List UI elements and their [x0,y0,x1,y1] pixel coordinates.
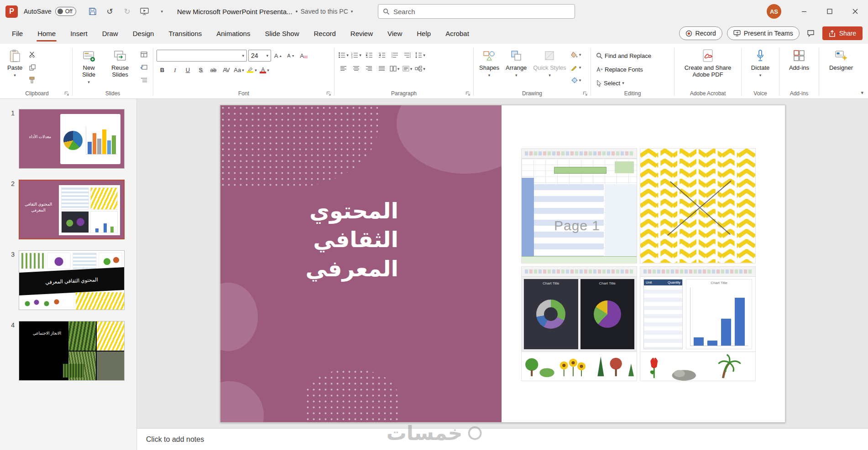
maximize-button[interactable] [817,0,842,23]
record-button[interactable]: Record [679,26,722,40]
decrease-font-size-button[interactable]: A▼ [285,51,297,61]
text-direction-ltr-button[interactable] [389,50,400,60]
tab-insert[interactable]: Insert [63,23,95,44]
autosave-toggle[interactable]: Off [55,7,76,16]
slide-layout-button[interactable] [138,49,150,60]
share-button[interactable]: Share [822,26,863,40]
collapse-ribbon-chevron-icon[interactable]: ▾ [861,90,863,96]
text-shadow-button[interactable]: S [195,65,206,75]
arrange-button[interactable]: Arrange▾ [503,47,529,89]
section-button[interactable] [138,75,150,85]
notes-area[interactable]: Click to add notes [137,428,868,450]
slide-thumbnail-3[interactable]: 3 المحتوي الثقافي المعرفي [7,250,132,310]
numbering-button[interactable]: 123▾ [350,50,362,60]
dictate-button[interactable]: Dictate▾ [749,47,772,89]
comments-button[interactable] [804,26,818,40]
tab-home[interactable]: Home [30,23,63,44]
tab-record[interactable]: Record [306,23,343,44]
avatar[interactable]: AS [767,4,781,19]
slide-collage-image[interactable]: Chart Title Chart Title [521,148,756,381]
thumbnail-preview-2[interactable]: المحتوي الثقافي المعرفي [19,180,125,239]
columns-button[interactable]: ▾ [389,63,400,74]
format-painter-button[interactable] [26,75,38,85]
slide-thumbnail-4[interactable]: 4 الانجاز الاجتماعي [7,321,132,381]
slide-title-textbox[interactable]: المحتوي الثقافي المعرفي [261,197,398,283]
tab-design[interactable]: Design [125,23,162,44]
change-case-button[interactable]: Aa▾ [233,65,245,75]
copy-button[interactable] [26,62,38,72]
tab-draw[interactable]: Draw [95,23,125,44]
powerpoint-logo-icon[interactable]: P [5,5,18,18]
undo-icon[interactable]: ↺ [105,6,115,16]
minimize-button[interactable] [791,0,817,23]
slide-thumbnail-2[interactable]: 2 المحتوي الثقافي المعرفي [7,180,132,239]
document-title[interactable]: New Microsoft PowerPoint Presenta... [177,8,293,16]
tab-transitions[interactable]: Transitions [161,23,209,44]
clipboard-dialog-launcher[interactable] [64,91,69,96]
character-spacing-button[interactable]: AV [220,65,232,75]
paragraph-dialog-launcher[interactable] [465,91,471,96]
text-highlight-button[interactable]: ▾ [246,65,257,75]
bold-button[interactable]: B [157,65,168,75]
align-right-button[interactable] [363,63,375,74]
tab-file[interactable]: File [5,23,30,44]
present-in-teams-button[interactable]: Present in Teams [727,26,800,40]
new-slide-button[interactable]: New Slide▾ [76,47,102,89]
tab-acrobat[interactable]: Acrobat [438,23,476,44]
tab-help[interactable]: Help [409,23,438,44]
cut-button[interactable] [26,49,38,60]
convert-to-smartart-button[interactable]: ▾ [414,63,426,74]
shape-fill-button[interactable]: ▾ [570,49,582,60]
close-button[interactable] [842,0,868,23]
shape-outline-button[interactable]: ▾ [570,62,582,72]
font-name-combobox[interactable]: ▾ [157,50,247,62]
search-bar[interactable] [378,4,575,19]
decrease-indent-button[interactable] [363,50,375,60]
shapes-button[interactable]: Shapes▾ [477,47,502,89]
justify-button[interactable] [376,63,387,74]
save-icon[interactable] [88,6,98,16]
create-share-pdf-button[interactable]: Create and Share Adobe PDF [678,47,738,89]
saved-status[interactable]: • Saved to this PC ▾ [296,8,353,15]
underline-button[interactable]: U [182,65,193,75]
tab-review[interactable]: Review [343,23,380,44]
text-direction-rtl-button[interactable] [402,50,413,60]
font-dialog-launcher[interactable] [326,91,331,96]
quick-styles-button[interactable]: Quick Styles▾ [531,47,568,89]
slideshow-icon[interactable] [140,6,150,16]
thumbnail-preview-4[interactable]: الانجاز الاجتماعي [19,321,125,381]
addins-button[interactable]: Add-ins [787,47,811,89]
shape-effects-button[interactable]: ▾ [570,75,582,85]
paste-button[interactable]: Paste▾ [5,47,25,89]
line-spacing-button[interactable]: ▾ [414,50,426,60]
increase-indent-button[interactable] [376,50,387,60]
slide-thumbnail-panel[interactable]: 1 معدلات الأداء 2 المحتوي الثقافي المعرف… [0,99,137,450]
thumbnail-preview-3[interactable]: المحتوي الثقافي المعرفي [19,250,125,310]
designer-button[interactable]: Designer [827,47,855,89]
thumbnail-preview-1[interactable]: معدلات الأداء [19,109,125,169]
reset-slide-button[interactable] [138,62,150,72]
tab-view[interactable]: View [380,23,409,44]
clear-formatting-button[interactable]: A [298,51,309,61]
font-color-button[interactable]: A▾ [259,65,270,75]
slide-thumbnail-1[interactable]: 1 معدلات الأداء [7,109,132,169]
align-center-button[interactable] [350,63,362,74]
drawing-dialog-launcher[interactable] [583,91,588,96]
customize-qat-chevron-icon[interactable]: ▾ [157,6,167,16]
replace-fonts-button[interactable]: Replace Fonts [594,64,671,75]
tab-animations[interactable]: Animations [209,23,257,44]
redo-icon[interactable]: ↻ [122,6,132,16]
strikethrough-button[interactable]: ab [208,65,219,75]
current-slide[interactable]: المحتوي الثقافي المعرفي [220,105,785,423]
search-input[interactable] [393,8,570,16]
bullets-button[interactable]: ▾ [338,50,349,60]
document-title-area[interactable]: New Microsoft PowerPoint Presenta... • S… [177,0,353,23]
select-button[interactable]: Select ▾ [594,78,671,88]
tab-slide-show[interactable]: Slide Show [257,23,306,44]
slide-canvas-area[interactable]: المحتوي الثقافي المعرفي [137,99,868,428]
increase-font-size-button[interactable]: A▲ [272,51,284,61]
align-left-button[interactable] [338,63,349,74]
align-text-button[interactable]: ▾ [402,63,413,74]
font-size-combobox[interactable]: 24▾ [248,50,271,62]
find-and-replace-button[interactable]: Find and Replace [594,50,671,61]
